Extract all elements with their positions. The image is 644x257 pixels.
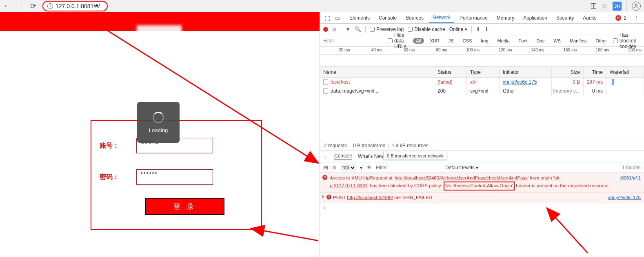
console-error-row[interactable]: ✕ :8081/#/:1 Access to XMLHttpRequest at…: [320, 173, 644, 193]
live-expression-icon[interactable]: 👁: [366, 164, 372, 171]
console-error-row[interactable]: ✕ xhr.js?ec6c:175 POST http://localhost:…: [320, 193, 644, 203]
search-icon[interactable]: 🔍: [355, 26, 361, 32]
chevron-down-icon: ▾: [360, 165, 362, 171]
sidebar-toggle-icon[interactable]: ▤: [323, 164, 328, 171]
url-text: 127.0.0.1:8081/#/: [56, 3, 100, 9]
svg-point-0: [635, 4, 637, 6]
initiator-link[interactable]: xhr.js?ec6c:175: [503, 79, 537, 85]
profile-icon[interactable]: [632, 2, 641, 11]
blurred-logo: [137, 25, 182, 37]
filter-type-other[interactable]: Other: [593, 38, 610, 44]
browser-toolbar: ← → ⟳ i 127.0.0.1:8081/#/ ⚿ ☆ JH: [0, 0, 644, 12]
tab-network[interactable]: Network: [429, 12, 454, 23]
source-link[interactable]: xhr.js?ec6c:175: [608, 194, 641, 201]
context-select[interactable]: top: [341, 164, 356, 171]
chevron-down-icon: ▾: [465, 27, 467, 32]
drawer-tab-console[interactable]: Console: [334, 153, 352, 160]
network-table-blank: [320, 95, 644, 140]
device-toggle-icon[interactable]: ▭: [333, 15, 342, 21]
tab-sources[interactable]: Sources: [402, 12, 427, 23]
filter-type-media[interactable]: Media: [495, 38, 513, 44]
console-filter-input[interactable]: [376, 165, 441, 171]
preserve-log-checkbox[interactable]: Preserve log: [370, 27, 404, 32]
console-messages: ✕ :8081/#/:1 Access to XMLHttpRequest at…: [320, 173, 644, 212]
password-input[interactable]: ••••••: [136, 169, 213, 185]
back-button[interactable]: ←: [3, 2, 11, 10]
password-label: 密码：: [100, 173, 124, 182]
devtools-panel: ⬚ ▭ Elements Console Sources Network Per…: [320, 12, 644, 257]
network-toolbar: ⊘ ▼ 🔍 Preserve log Disable cache Online …: [320, 24, 644, 35]
page-content: 账号： user1 密码： •••••• 登 录 Loading: [0, 12, 320, 257]
tooltip: 0 B transferred over network: [383, 152, 447, 160]
filter-type-ws[interactable]: WS: [551, 38, 564, 44]
waterfall-bar: [612, 79, 614, 85]
settings-icon[interactable]: ⋮: [632, 15, 641, 21]
filter-type-js[interactable]: JS: [446, 38, 457, 44]
drawer-tabs: ⋮ Console What's New 0 B transferred ove…: [320, 151, 644, 162]
filter-toggle-icon[interactable]: ▼: [345, 26, 351, 32]
tab-security[interactable]: Security: [553, 12, 577, 23]
disable-cache-checkbox[interactable]: Disable cache: [408, 27, 445, 32]
error-count-badge[interactable]: ✕: [615, 15, 621, 21]
export-icon[interactable]: ⬇: [484, 26, 489, 32]
filter-type-css[interactable]: CSS: [460, 38, 475, 44]
clear-console-icon[interactable]: ⊘: [332, 164, 337, 171]
loading-overlay: Loading: [137, 102, 180, 143]
tab-performance[interactable]: Performance: [456, 12, 491, 23]
tab-memory[interactable]: Memory: [493, 12, 518, 23]
filter-input[interactable]: [323, 38, 384, 44]
login-button[interactable]: 登 录: [145, 198, 224, 215]
network-table: Name Status Type Initiator Size Time Wat…: [320, 67, 644, 95]
drawer-tab-whatsnew[interactable]: What's New: [358, 153, 384, 160]
separator: [626, 2, 627, 11]
console-toolbar: ▤ ⊘ top ▾ 👁 Default levels ▾ 1 hidden: [320, 162, 644, 173]
hidden-count: 1 hidden: [622, 165, 641, 171]
site-info-icon[interactable]: i: [47, 3, 53, 9]
source-link[interactable]: :8081/#/:1: [620, 175, 641, 182]
file-icon: [323, 88, 328, 94]
network-filter-bar: Hide data URLs All XHR JS CSS Img Media …: [320, 35, 644, 47]
devtools-tab-bar: ⬚ ▭ Elements Console Sources Network Per…: [320, 12, 644, 24]
filter-type-font[interactable]: Font: [516, 38, 531, 44]
clear-icon[interactable]: ⊘: [332, 26, 337, 32]
file-icon: [323, 79, 328, 85]
cors-highlight: No 'Access-Control-Allow-Origin': [444, 182, 515, 190]
account-label: 账号：: [100, 142, 124, 150]
tab-elements[interactable]: Elements: [346, 12, 373, 23]
import-icon[interactable]: ⬆: [476, 26, 480, 32]
timeline-overview[interactable]: 20 ms 40 ms 60 ms 80 ms 100 ms 120 ms 14…: [320, 47, 644, 67]
throttling-select[interactable]: Online ▾: [449, 27, 468, 32]
spinner-icon: [153, 112, 164, 123]
error-icon: ✕: [322, 175, 327, 180]
filter-type-manifest[interactable]: Manifest: [567, 38, 590, 44]
network-summary: 2 requests| 0 B transferred| 1.4 kB reso…: [320, 140, 644, 151]
filter-type-doc[interactable]: Doc: [534, 38, 548, 44]
filter-type-all[interactable]: All: [413, 38, 424, 44]
tab-application[interactable]: Application: [520, 12, 551, 23]
table-header: Name Status Type Initiator Size Time Wat…: [320, 67, 644, 78]
forward-button[interactable]: →: [16, 2, 24, 10]
bookmark-star-icon[interactable]: ☆: [602, 2, 608, 10]
address-bar[interactable]: i 127.0.0.1:8081/#/: [42, 1, 108, 11]
record-button[interactable]: [323, 27, 328, 32]
key-icon[interactable]: ⚿: [591, 2, 597, 10]
expand-caret-icon[interactable]: [322, 195, 324, 198]
tab-audits[interactable]: Audits: [579, 12, 600, 23]
log-levels-select[interactable]: Default levels ▾: [445, 165, 478, 171]
extension-badge[interactable]: JH: [613, 2, 622, 11]
drawer-menu-icon[interactable]: ⋮: [323, 153, 329, 160]
table-row[interactable]: localhost (failed) xhr xhr.js?ec6c:175 0…: [320, 78, 644, 86]
filter-type-img[interactable]: Img: [478, 38, 491, 44]
tab-console[interactable]: Console: [375, 12, 400, 23]
table-row[interactable]: data:image/svg+xml;... 200 svg+xml Other…: [320, 86, 644, 95]
inspect-icon[interactable]: ⬚: [323, 15, 332, 21]
filter-type-xhr[interactable]: XHR: [427, 38, 442, 44]
reload-button[interactable]: ⟳: [29, 2, 37, 10]
error-count: 2: [624, 15, 626, 21]
error-icon: ✕: [326, 195, 331, 199]
console-prompt[interactable]: ›: [320, 203, 644, 212]
loading-text: Loading: [149, 127, 168, 133]
